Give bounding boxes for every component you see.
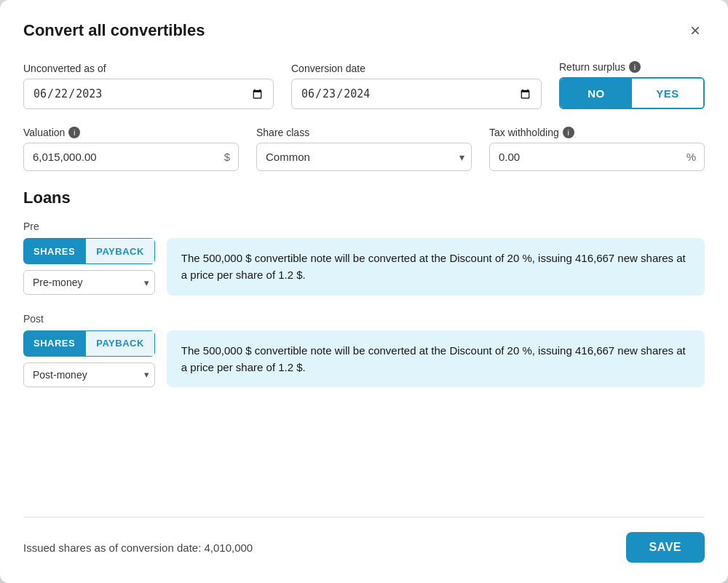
unconverted-date-input[interactable] [23, 79, 274, 109]
valuation-info-icon: i [68, 127, 80, 138]
pre-loan-info-text: The 500,000 $ convertible note will be c… [181, 252, 686, 281]
pre-loan-info-box: The 500,000 $ convertible note will be c… [167, 238, 705, 296]
valuation-input[interactable] [23, 143, 239, 171]
tax-withholding-input-wrapper: % [489, 143, 705, 171]
close-button[interactable]: × [686, 20, 705, 41]
loans-title: Loans [23, 189, 705, 207]
issued-shares-text: Issued shares as of conversion date: 4,0… [23, 542, 253, 554]
post-money-dropdown-wrapper: Pre-money Post-money ▾ [23, 362, 155, 387]
pre-payback-button[interactable]: PAYBACK [85, 238, 155, 264]
conversion-date-field-group: Conversion date [291, 63, 542, 109]
convert-all-convertibles-modal: Convert all convertibles × Unconverted a… [0, 0, 728, 583]
unconverted-field-group: Unconverted as of [23, 63, 274, 109]
return-surplus-field-group: Return surplus i NO YES [559, 61, 705, 109]
conversion-date-label: Conversion date [291, 63, 542, 74]
fields-row-1: Unconverted as of Conversion date Return… [23, 61, 705, 109]
share-class-select-wrapper: Common Preferred Other ▾ [256, 143, 472, 171]
post-loan-row: SHARES PAYBACK Pre-money Post-money ▾ Th… [23, 330, 705, 388]
post-payback-button[interactable]: PAYBACK [85, 330, 155, 357]
post-loan-label: Post [23, 313, 705, 325]
modal-header: Convert all convertibles × [23, 20, 705, 41]
pre-loan-row: SHARES PAYBACK Pre-money Post-money ▾ Th… [23, 238, 705, 296]
share-class-select[interactable]: Common Preferred Other [256, 143, 472, 171]
return-surplus-yes-button[interactable]: YES [632, 79, 703, 108]
pre-loan-label: Pre [23, 221, 705, 232]
unconverted-label: Unconverted as of [23, 63, 274, 74]
modal-footer: Issued shares as of conversion date: 4,0… [23, 517, 705, 563]
post-loan-controls: SHARES PAYBACK Pre-money Post-money ▾ [23, 330, 155, 387]
post-loan-info-box: The 500,000 $ convertible note will be c… [167, 330, 705, 388]
pre-shares-payback-toggle: SHARES PAYBACK [23, 238, 155, 264]
share-class-field-group: Share class Common Preferred Other ▾ [256, 127, 472, 171]
valuation-field-group: Valuation i $ [23, 127, 239, 171]
return-surplus-no-button[interactable]: NO [561, 79, 632, 108]
post-shares-button[interactable]: SHARES [23, 330, 85, 357]
tax-withholding-field-group: Tax withholding i % [489, 127, 705, 171]
pre-loan-controls: SHARES PAYBACK Pre-money Post-money ▾ [23, 238, 155, 295]
tax-withholding-input[interactable] [489, 143, 705, 171]
return-surplus-info-icon: i [629, 61, 641, 73]
save-button[interactable]: SAVE [626, 532, 705, 563]
modal-title: Convert all convertibles [23, 21, 205, 40]
post-money-select[interactable]: Pre-money Post-money [23, 362, 155, 387]
return-surplus-toggle: NO YES [559, 77, 705, 109]
valuation-input-wrapper: $ [23, 143, 239, 171]
tax-withholding-label: Tax withholding i [489, 127, 705, 138]
pre-money-select[interactable]: Pre-money Post-money [23, 270, 155, 295]
pre-loan-block: Pre SHARES PAYBACK Pre-money Post-money … [23, 221, 705, 296]
valuation-label: Valuation i [23, 127, 239, 138]
loans-section: Loans Pre SHARES PAYBACK Pre-money Post-… [23, 189, 705, 405]
post-shares-payback-toggle: SHARES PAYBACK [23, 330, 155, 357]
post-loan-block: Post SHARES PAYBACK Pre-money Post-money… [23, 313, 705, 388]
fields-row-2: Valuation i $ Share class Common Preferr… [23, 127, 705, 171]
post-loan-info-text: The 500,000 $ convertible note will be c… [181, 344, 686, 373]
conversion-date-input[interactable] [291, 79, 542, 109]
pre-shares-button[interactable]: SHARES [23, 238, 85, 264]
share-class-label: Share class [256, 127, 472, 138]
return-surplus-label: Return surplus i [559, 61, 705, 73]
tax-withholding-info-icon: i [563, 127, 574, 138]
pre-money-dropdown-wrapper: Pre-money Post-money ▾ [23, 270, 155, 295]
